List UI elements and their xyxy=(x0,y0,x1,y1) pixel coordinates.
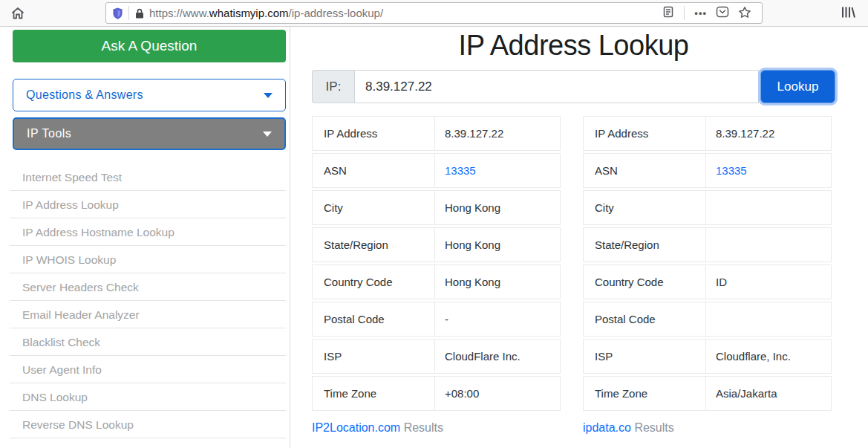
table-row: ISP CloudFlare Inc. xyxy=(312,339,561,374)
sidebar-link[interactable]: Server Headers Check xyxy=(10,273,286,301)
sidebar-link[interactable]: IP Address Hostname Lookup xyxy=(10,218,286,246)
row-label: City xyxy=(584,191,706,224)
sidebar-link[interactable]: DNS Lookup xyxy=(10,383,286,411)
row-value: - xyxy=(435,302,560,336)
ip2location-source-line: IP2Location.com Results xyxy=(312,421,561,435)
table-row: State/Region Hong Kong xyxy=(312,227,561,262)
row-label: Country Code xyxy=(313,265,435,299)
https-lock-icon[interactable] xyxy=(134,7,145,19)
row-label: Postal Code xyxy=(313,302,435,336)
pocket-icon xyxy=(716,6,729,20)
url-text[interactable]: https://www.whatismyip.com/ip-address-lo… xyxy=(149,7,658,19)
row-label: IP Address xyxy=(584,117,706,150)
row-label: Time Zone xyxy=(313,377,435,410)
row-label: ISP xyxy=(584,340,706,373)
row-value: Cloudflare, Inc. xyxy=(706,340,831,373)
ip2location-link[interactable]: IP2Location.com xyxy=(312,421,400,434)
lookup-button[interactable]: Lookup xyxy=(760,70,835,103)
row-value[interactable]: 13335 xyxy=(435,154,560,187)
row-value: +08:00 xyxy=(435,377,560,410)
table-row: ASN 13335 xyxy=(583,153,832,188)
table-row: City Hong Kong xyxy=(312,190,561,225)
row-value xyxy=(706,228,831,262)
main-content: IP Address Lookup IP: Lookup IP Address … xyxy=(290,27,868,448)
table-row: Country Code Hong Kong xyxy=(312,264,561,299)
ip-tools-nav: Internet Speed Test IP Address Lookup IP… xyxy=(10,163,286,448)
ip-lookup-form: IP: Lookup xyxy=(312,70,835,103)
home-button[interactable] xyxy=(9,6,27,21)
row-value: 8.39.127.22 xyxy=(706,117,831,150)
bookmark-star-icon xyxy=(738,6,751,21)
row-value: Asia/Jakarta xyxy=(706,377,831,410)
url-domain: whatismyip.com xyxy=(209,7,289,19)
results-section: IP Address 8.39.127.22 ASN 13335 City Ho… xyxy=(312,116,835,435)
save-to-pocket-button[interactable] xyxy=(711,3,734,24)
page-actions-button[interactable]: ••• xyxy=(690,3,711,24)
page-actions-icon: ••• xyxy=(694,7,707,19)
home-icon xyxy=(10,11,25,22)
row-label: Country Code xyxy=(584,265,706,299)
sidebar-link[interactable]: Proxy Check xyxy=(10,438,286,448)
row-value: Hong Kong xyxy=(435,265,560,299)
questions-answers-dropdown[interactable]: Questions & Answers xyxy=(13,79,286,111)
sidebar-link[interactable]: IP WHOIS Lookup xyxy=(10,246,286,273)
row-label: Postal Code xyxy=(584,302,706,336)
sidebar-link[interactable]: Internet Speed Test xyxy=(10,163,286,191)
sidebar-link[interactable]: User Agent Info xyxy=(10,356,286,383)
table-row: Time Zone Asia/Jakarta xyxy=(583,376,832,411)
ipdata-source-line: ipdata.co Results xyxy=(583,421,832,435)
table-row: Country Code ID xyxy=(583,264,832,299)
browser-toolbar: https://www.whatismyip.com/ip-address-lo… xyxy=(0,0,868,27)
row-label: State/Region xyxy=(584,228,706,262)
sidebar-link[interactable]: IP Address Lookup xyxy=(10,191,286,218)
ipdata-table: IP Address 8.39.127.22 ASN 13335 City xyxy=(583,116,832,411)
bookmark-star-button[interactable] xyxy=(734,3,756,24)
reader-mode-icon xyxy=(662,6,674,20)
ip-field-label: IP: xyxy=(312,70,354,103)
table-row: Time Zone +08:00 xyxy=(312,376,561,411)
row-label: ASN xyxy=(313,154,435,187)
ipdata-link[interactable]: ipdata.co xyxy=(583,421,631,434)
row-label: City xyxy=(313,191,435,224)
results-suffix: Results xyxy=(404,421,443,434)
row-value: Hong Kong xyxy=(435,228,560,262)
tracking-protection-shield-icon[interactable] xyxy=(112,7,123,20)
sidebar: Ask A Question Questions & Answers IP To… xyxy=(0,27,290,448)
ip-input[interactable] xyxy=(354,70,759,103)
sidebar-link[interactable]: Reverse DNS Lookup xyxy=(10,411,286,438)
row-value: CloudFlare Inc. xyxy=(435,340,560,373)
ip2location-result-column: IP Address 8.39.127.22 ASN 13335 City Ho… xyxy=(312,116,561,435)
ipdata-result-column: IP Address 8.39.127.22 ASN 13335 City xyxy=(583,116,832,435)
url-bar[interactable]: https://www.whatismyip.com/ip-address-lo… xyxy=(105,2,763,24)
table-row: IP Address 8.39.127.22 xyxy=(312,116,561,151)
urlbar-separator xyxy=(128,6,129,20)
library-button[interactable] xyxy=(840,5,856,22)
row-value[interactable]: 13335 xyxy=(706,154,831,187)
row-value xyxy=(706,191,831,224)
table-row: City xyxy=(583,190,832,225)
chevron-down-icon xyxy=(264,93,273,98)
row-value: 8.39.127.22 xyxy=(435,117,560,150)
table-row: Postal Code xyxy=(583,302,832,337)
table-row: State/Region xyxy=(583,227,832,262)
table-row: ASN 13335 xyxy=(312,153,561,188)
ask-question-button[interactable]: Ask A Question xyxy=(13,30,286,62)
table-row: Postal Code - xyxy=(312,302,561,337)
ip-tools-label: IP Tools xyxy=(27,127,71,140)
row-label: ISP xyxy=(313,340,435,373)
row-value: Hong Kong xyxy=(435,191,560,224)
sidebar-link[interactable]: Email Header Analyzer xyxy=(10,301,286,328)
ip2location-table: IP Address 8.39.127.22 ASN 13335 City Ho… xyxy=(312,116,561,411)
row-value xyxy=(706,302,831,336)
url-prefix: https://www. xyxy=(149,7,209,19)
results-suffix: Results xyxy=(634,421,673,434)
ip-tools-dropdown[interactable]: IP Tools xyxy=(13,117,286,150)
row-value: ID xyxy=(706,265,831,299)
table-row: IP Address 8.39.127.22 xyxy=(583,116,832,151)
urlbar-separator xyxy=(684,6,685,20)
sidebar-link[interactable]: Blacklist Check xyxy=(10,328,286,356)
reader-mode-button[interactable] xyxy=(658,3,679,24)
url-path: /ip-address-lookup/ xyxy=(289,7,384,19)
table-row: ISP Cloudflare, Inc. xyxy=(583,339,832,374)
row-label: IP Address xyxy=(313,117,435,150)
